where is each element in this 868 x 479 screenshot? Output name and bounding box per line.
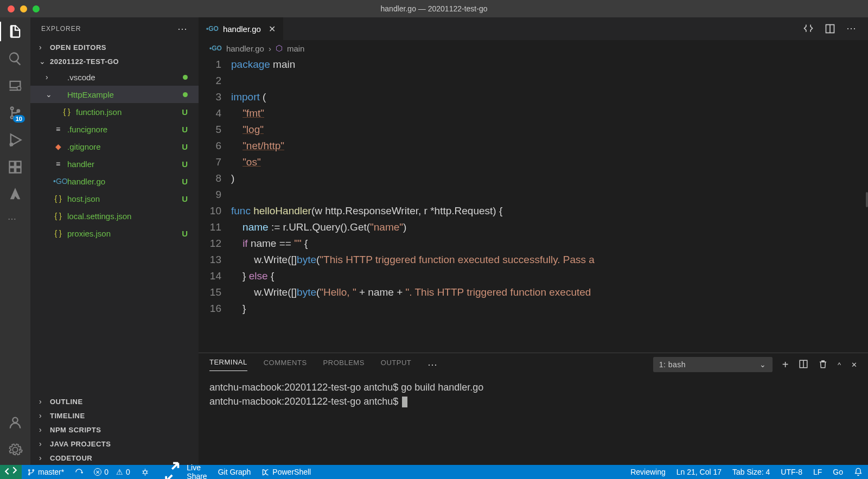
- search-icon[interactable]: [8, 51, 23, 66]
- tab-label: handler.go: [223, 24, 261, 34]
- sync-indicator[interactable]: [69, 468, 88, 476]
- svg-point-1: [10, 143, 14, 146]
- eol[interactable]: LF: [808, 468, 827, 476]
- close-window[interactable]: [8, 5, 15, 12]
- debug-indicator[interactable]: [136, 468, 155, 476]
- tree-item--funcignore[interactable]: ≡.funcignoreU: [30, 120, 199, 138]
- editor-more-icon[interactable]: ⋯: [846, 22, 856, 35]
- terminal-output[interactable]: antchu-macbook:20201122-test-go antchu$ …: [199, 376, 868, 465]
- account-icon[interactable]: [8, 415, 23, 430]
- branch-indicator[interactable]: master*: [22, 468, 69, 476]
- go-file-icon: •GO: [209, 44, 222, 52]
- npm-section[interactable]: ›NPM SCRIPTS: [30, 423, 199, 437]
- chevron-down-icon: ⌄: [760, 360, 767, 369]
- tree-item-proxies-json[interactable]: { }proxies.jsonU: [30, 225, 199, 242]
- java-section[interactable]: ›JAVA PROJECTS: [30, 437, 199, 451]
- trash-icon[interactable]: [818, 359, 828, 371]
- tab-handler-go[interactable]: •GO handler.go ✕: [199, 17, 284, 40]
- tab-terminal[interactable]: TERMINAL: [209, 358, 247, 371]
- status-bar: master* ✕0 ⚠0 Live Share Git Graph Power…: [0, 465, 868, 479]
- split-editor-icon[interactable]: [825, 22, 835, 35]
- terminal-select[interactable]: 1: bash⌄: [653, 357, 773, 372]
- svg-point-8: [29, 474, 30, 475]
- sidebar-more-icon[interactable]: ⋯: [177, 23, 188, 35]
- settings-gear-icon[interactable]: [8, 442, 23, 457]
- close-panel-icon[interactable]: ✕: [851, 361, 858, 369]
- maximize-window[interactable]: [33, 5, 40, 12]
- svg-point-9: [33, 469, 34, 471]
- svg-point-2: [12, 418, 17, 423]
- svg-point-7: [29, 469, 30, 471]
- timeline-section[interactable]: ›TIMELINE: [30, 408, 199, 423]
- scm-badge: 10: [13, 115, 25, 123]
- gitgraph-button[interactable]: Git Graph: [213, 468, 257, 476]
- new-terminal-icon[interactable]: +: [782, 359, 789, 371]
- problems-indicator[interactable]: ✕0 ⚠0: [88, 468, 135, 476]
- traffic-lights: [0, 5, 40, 12]
- tab-comments[interactable]: COMMENTS: [264, 359, 307, 371]
- powershell-button[interactable]: PowerShell: [256, 468, 316, 476]
- titlebar: handler.go — 20201122-test-go: [0, 0, 868, 17]
- tab-size[interactable]: Tab Size: 4: [727, 468, 775, 476]
- more-icon[interactable]: ⋯: [8, 214, 23, 223]
- extensions-icon[interactable]: [8, 159, 23, 175]
- go-file-icon: •GO: [206, 25, 219, 33]
- run-debug-icon[interactable]: [8, 132, 23, 148]
- activity-bar: 10 ⋯: [0, 17, 30, 465]
- tree-item--vscode[interactable]: ›.vscode: [30, 68, 199, 86]
- symbol-icon: ⬡: [276, 43, 283, 53]
- tree-item-function-json[interactable]: { }function.jsonU: [30, 103, 199, 120]
- window-title: handler.go — 20201122-test-go: [381, 4, 488, 13]
- tab-output[interactable]: OUTPUT: [381, 359, 411, 371]
- close-tab-icon[interactable]: ✕: [269, 24, 276, 34]
- minimize-window[interactable]: [20, 5, 27, 12]
- tree-item-HttpExample[interactable]: ⌄HttpExample: [30, 86, 199, 103]
- svg-point-0: [17, 86, 21, 90]
- source-control-icon[interactable]: 10: [8, 105, 23, 120]
- tree-item-local-settings-json[interactable]: { }local.settings.json: [30, 207, 199, 225]
- code-editor[interactable]: 12345678910111213141516 package main imp…: [199, 56, 868, 353]
- open-editors-section[interactable]: ›OPEN EDITORS: [30, 40, 199, 54]
- tree-item-handler-go[interactable]: •GOhandler.goU: [30, 173, 199, 190]
- notifications-icon[interactable]: [848, 468, 868, 476]
- panel-more-icon[interactable]: ⋯: [427, 359, 438, 371]
- remote-indicator[interactable]: [0, 465, 22, 479]
- terminal-cursor: [402, 397, 407, 407]
- maximize-panel-icon[interactable]: ^: [838, 361, 841, 369]
- split-terminal-icon[interactable]: [799, 359, 808, 371]
- outline-section[interactable]: ›OUTLINE: [30, 394, 199, 408]
- liveshare-button[interactable]: Live Share: [155, 460, 213, 479]
- tree-item-handler[interactable]: ≡handlerU: [30, 155, 199, 173]
- minimap[interactable]: [858, 56, 868, 353]
- remote-explorer-icon[interactable]: [8, 78, 23, 93]
- bottom-panel: TERMINAL COMMENTS PROBLEMS OUTPUT ⋯ 1: b…: [199, 353, 868, 465]
- language-mode[interactable]: Go: [827, 468, 848, 476]
- reviewing-indicator[interactable]: Reviewing: [625, 468, 671, 476]
- azure-icon[interactable]: [8, 187, 23, 202]
- tree-item--gitignore[interactable]: ◆.gitignoreU: [30, 138, 199, 155]
- encoding[interactable]: UTF-8: [775, 468, 808, 476]
- sidebar-title: EXPLORER: [41, 25, 81, 33]
- compare-icon[interactable]: [803, 22, 814, 35]
- tab-bar: •GO handler.go ✕ ⋯: [199, 17, 868, 40]
- file-tree: ›.vscode⌄HttpExample{ }function.jsonU≡.f…: [30, 68, 199, 242]
- explorer-sidebar: EXPLORER ⋯ ›OPEN EDITORS ⌄20201122-TEST-…: [30, 17, 199, 465]
- svg-point-10: [143, 470, 146, 474]
- breadcrumb[interactable]: •GO handler.go › ⬡ main: [199, 40, 868, 56]
- tree-item-host-json[interactable]: { }host.jsonU: [30, 190, 199, 207]
- cursor-position[interactable]: Ln 21, Col 17: [671, 468, 727, 476]
- tab-problems[interactable]: PROBLEMS: [323, 359, 365, 371]
- explorer-icon[interactable]: [8, 24, 23, 39]
- project-section[interactable]: ⌄20201122-TEST-GO: [30, 54, 199, 68]
